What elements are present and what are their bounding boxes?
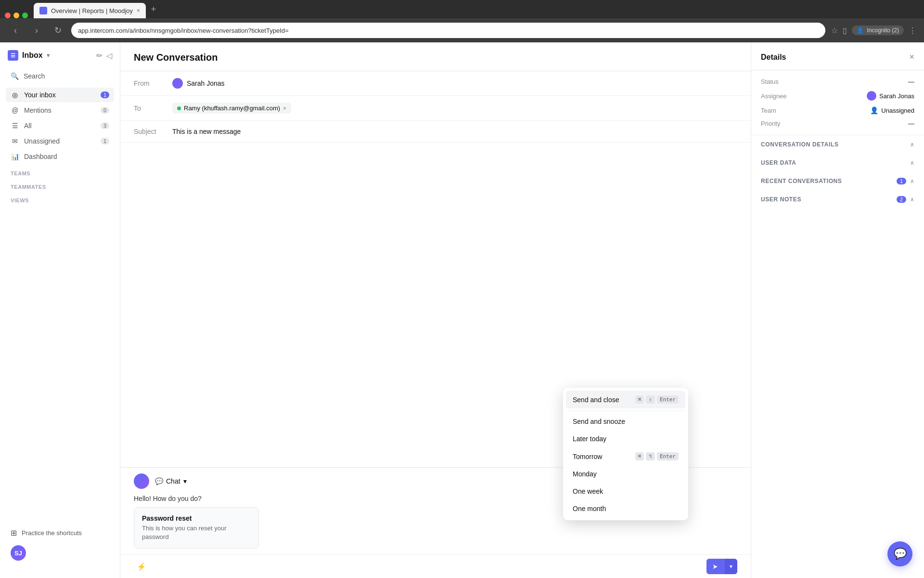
recipient-chip[interactable]: Ramy (khuffash.ramy@gmail.com) ×: [172, 103, 291, 114]
main-header: New Conversation: [120, 42, 751, 71]
conversation-details-section: CONVERSATION DETAILS ∧: [751, 135, 924, 154]
mentions-badge: 0: [101, 107, 109, 114]
dropdown-divider-1: [566, 410, 685, 411]
tab-close-btn[interactable]: ×: [137, 7, 140, 14]
assignee-avatar: [867, 91, 876, 101]
search-icon: 🔍: [11, 72, 19, 80]
sidebar-btn[interactable]: ▯: [843, 26, 847, 35]
chat-selector[interactable]: 💬 Chat ▾: [155, 477, 187, 485]
tomorrow-option[interactable]: Tomorrow ⌘ ⌥ Enter: [566, 447, 685, 465]
tab-title: Overview | Reports | Moodjoy: [51, 7, 133, 14]
send-and-snooze-label: Send and snooze: [573, 418, 625, 425]
team-field: Team 👤 Unassigned: [761, 106, 914, 114]
sidebar-nav-label: Dashboard: [24, 153, 109, 160]
send-and-close-option[interactable]: Send and close ⌘ ⇧ Enter: [566, 391, 685, 408]
user-avatar: SJ: [11, 545, 26, 561]
assignee-name: Sarah Jonas: [879, 92, 914, 100]
maximize-window-btn[interactable]: [22, 13, 28, 18]
details-title: Details: [761, 53, 786, 62]
send-and-snooze-option[interactable]: Send and snooze: [566, 413, 685, 430]
conversation-details-header[interactable]: CONVERSATION DETAILS ∧: [761, 141, 914, 148]
compose-btn[interactable]: ✏: [96, 51, 103, 60]
views-section-label: VIEWS: [6, 192, 114, 205]
user-data-header[interactable]: USER DATA ∧: [761, 159, 914, 166]
subject-input[interactable]: [172, 128, 737, 135]
subject-row: Subject: [120, 121, 751, 143]
back-btn[interactable]: ‹: [8, 23, 23, 38]
active-tab[interactable]: Overview | Reports | Moodjoy ×: [34, 3, 146, 18]
new-tab-btn[interactable]: +: [147, 2, 160, 16]
send-icon: ➤: [712, 563, 718, 570]
user-data-actions: ∧: [910, 159, 914, 166]
recent-conversations-section: RECENT CONVERSATIONS 1 ∧: [751, 172, 924, 190]
all-badge: 3: [101, 122, 109, 129]
user-notes-header[interactable]: USER NOTES 2 ∧: [761, 196, 914, 203]
sidebar-item-your-inbox[interactable]: ◎ Your inbox 1: [6, 88, 114, 102]
send-and-close-label: Send and close: [573, 396, 619, 404]
refresh-btn[interactable]: ↻: [50, 23, 65, 38]
send-dropdown-btn[interactable]: ▾: [724, 559, 737, 574]
practice-shortcuts-item[interactable]: ⊞ Practice the shortcuts: [6, 525, 114, 541]
sidebar-item-dashboard[interactable]: 📊 Dashboard: [6, 149, 114, 164]
from-value: Sarah Jonas: [172, 78, 225, 89]
menu-btn[interactable]: ⋮: [909, 26, 916, 35]
sidebar-nav-label: Unassigned: [24, 137, 96, 145]
forward-btn[interactable]: ›: [29, 23, 44, 38]
browser-nav-bar: ‹ › ↻ app.intercom.com/a/inbox/nnsgmgob/…: [0, 18, 924, 42]
assignee-field: Assignee Sarah Jonas: [761, 91, 914, 101]
toolbar-right: ➤ ▾: [706, 559, 737, 574]
lightning-btn[interactable]: ⚡: [134, 559, 149, 574]
team-name: Unassigned: [881, 107, 914, 114]
from-name: Sarah Jonas: [187, 79, 225, 87]
to-label: To: [134, 105, 163, 112]
sidebar-item-mentions[interactable]: @ Mentions 0: [6, 103, 114, 118]
user-data-section: USER DATA ∧: [751, 154, 924, 172]
one-month-label: One month: [573, 505, 606, 512]
sidebar-item-unassigned[interactable]: ✉ Unassigned 1: [6, 134, 114, 148]
address-bar[interactable]: app.intercom.com/a/inbox/nnsgmgob/inbox/…: [71, 23, 825, 38]
conversation-details-label: CONVERSATION DETAILS: [761, 141, 839, 148]
incognito-label: Incognito (2): [867, 27, 899, 34]
shortcut-enter-2: Enter: [657, 452, 679, 460]
from-avatar: [172, 78, 183, 89]
search-item[interactable]: 🔍 Search: [6, 68, 114, 84]
to-row: To Ramy (khuffash.ramy@gmail.com) ×: [120, 96, 751, 121]
sidebar-nav-label: Mentions: [24, 106, 96, 114]
teams-section-label: TEAMS: [6, 165, 114, 178]
team-icon: 👤: [870, 106, 878, 114]
tomorrow-label: Tomorrow: [573, 453, 602, 460]
suggestion-card[interactable]: Password reset This is how you can reset…: [134, 507, 259, 549]
shortcut-shift: ⇧: [646, 395, 655, 404]
assignee-label: Assignee: [761, 92, 786, 100]
grid-icon: ⊞: [11, 528, 17, 538]
remove-recipient-btn[interactable]: ×: [283, 105, 286, 112]
close-window-btn[interactable]: [5, 13, 11, 18]
recent-conversations-actions: 1 ∧: [897, 178, 914, 184]
priority-label: Priority: [761, 120, 780, 127]
monday-option[interactable]: Monday: [566, 465, 685, 483]
sidebar-header: ☰ Inbox ▾ ✏ ◁: [0, 50, 120, 68]
one-month-option[interactable]: One month: [566, 500, 685, 517]
priority-value: —: [908, 120, 914, 127]
send-btn[interactable]: ➤: [706, 559, 724, 574]
recent-conversations-label: RECENT CONVERSATIONS: [761, 178, 842, 184]
one-week-option[interactable]: One week: [566, 483, 685, 500]
bookmark-btn[interactable]: ☆: [831, 26, 838, 35]
user-avatar-footer[interactable]: SJ: [6, 541, 114, 565]
from-row: From Sarah Jonas: [120, 71, 751, 96]
recent-conversations-header[interactable]: RECENT CONVERSATIONS 1 ∧: [761, 178, 914, 184]
team-label: Team: [761, 107, 776, 114]
later-today-option[interactable]: Later today: [566, 430, 685, 447]
intercom-chat-bubble[interactable]: 💬: [887, 541, 912, 566]
details-header: Details ×: [751, 42, 924, 70]
send-and-close-shortcuts: ⌘ ⇧ Enter: [635, 395, 679, 404]
suggestion-body: This is how you can reset your password: [142, 524, 251, 541]
details-close-btn[interactable]: ×: [909, 52, 914, 62]
sidebar-item-all[interactable]: ☰ All 3: [6, 118, 114, 133]
url-text: app.intercom.com/a/inbox/nnsgmgob/inbox/…: [78, 27, 289, 34]
priority-field: Priority —: [761, 120, 914, 127]
nav-actions: ☆ ▯ 👤 Incognito (2) ⋮: [831, 26, 916, 35]
collapse-sidebar-btn[interactable]: ◁: [106, 51, 112, 60]
minimize-window-btn[interactable]: [13, 13, 19, 18]
inbox-dropdown-icon[interactable]: ▾: [47, 52, 50, 59]
